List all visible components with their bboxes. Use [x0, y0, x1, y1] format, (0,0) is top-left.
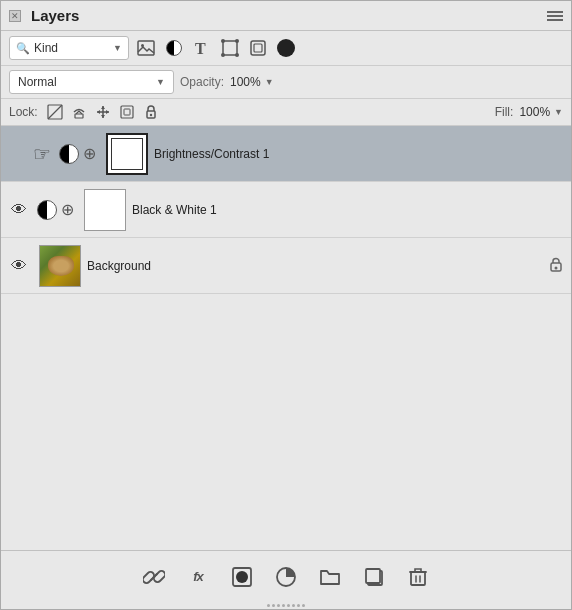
properties-icon: ⊕ — [83, 144, 96, 163]
svg-point-7 — [221, 53, 225, 57]
layer-row[interactable]: ☞ ⊕ Brightness/Contrast 1 — [1, 126, 571, 182]
half-circle-icon — [166, 40, 182, 56]
properties-icon: ⊕ — [61, 200, 74, 219]
kind-filter-label: Kind — [34, 41, 109, 55]
lock-transparent-pixels-icon[interactable] — [46, 103, 64, 121]
new-layer-button[interactable] — [362, 565, 386, 589]
opacity-value: 100% — [230, 75, 261, 89]
svg-point-5 — [235, 39, 239, 43]
svg-point-4 — [221, 39, 225, 43]
svg-marker-17 — [97, 110, 100, 114]
adjustment-icon — [59, 144, 79, 164]
title-bar: ✕ Layers — [1, 1, 571, 31]
shape-filter-icon[interactable] — [219, 37, 241, 59]
layer-icons: ⊕ — [59, 144, 96, 164]
type-filter-icon[interactable]: T — [191, 37, 213, 59]
fill-control[interactable]: 100% ▼ — [519, 105, 563, 119]
opacity-arrow: ▼ — [265, 77, 274, 87]
svg-point-24 — [555, 267, 558, 270]
drag-dot — [302, 604, 305, 607]
fill-value: 100% — [519, 105, 550, 119]
panel-menu-button[interactable] — [547, 11, 563, 21]
drag-dot — [272, 604, 275, 607]
pixel-filter-icon[interactable] — [135, 37, 157, 59]
filter-toggle-icon[interactable] — [275, 37, 297, 59]
layers-panel: ✕ Layers 🔍 Kind ▼ T — [0, 0, 572, 610]
add-fx-button[interactable]: fx — [186, 565, 210, 589]
adjustment-filter-icon[interactable] — [163, 37, 185, 59]
layers-list: ☞ ⊕ Brightness/Contrast 1 👁 ⊕ — [1, 126, 571, 550]
blend-dropdown-arrow: ▼ — [156, 77, 165, 87]
layer-thumbnail — [39, 245, 81, 287]
svg-rect-19 — [121, 106, 133, 118]
type-icon: T — [192, 38, 212, 58]
fill-arrow: ▼ — [554, 107, 563, 117]
svg-marker-16 — [101, 115, 105, 118]
blend-mode-dropdown[interactable]: Normal ▼ — [9, 70, 174, 94]
panel-title: Layers — [31, 7, 79, 24]
cursor-icon: ☞ — [33, 142, 51, 166]
lock-all-icon[interactable] — [142, 103, 160, 121]
lock-icon — [549, 256, 563, 275]
lock-position-icon[interactable] — [94, 103, 112, 121]
adjustment-icon — [37, 200, 57, 220]
svg-line-11 — [48, 105, 62, 119]
svg-marker-15 — [101, 106, 105, 109]
smart-filter-icon[interactable] — [247, 37, 269, 59]
black-circle-icon — [277, 39, 295, 57]
layer-name: Black & White 1 — [132, 203, 563, 217]
layer-thumbnail — [84, 189, 126, 231]
visibility-toggle[interactable]: 👁 — [5, 252, 33, 280]
svg-rect-12 — [75, 114, 83, 118]
svg-text:T: T — [195, 40, 206, 57]
kind-filter-dropdown[interactable]: 🔍 Kind ▼ — [9, 36, 129, 60]
blend-row: Normal ▼ Opacity: 100% ▼ — [1, 66, 571, 99]
drag-dot — [297, 604, 300, 607]
svg-rect-8 — [251, 41, 265, 55]
new-group-button[interactable] — [318, 565, 342, 589]
opacity-label: Opacity: — [180, 75, 224, 89]
lock-image-pixels-icon[interactable] — [70, 103, 88, 121]
svg-rect-0 — [138, 41, 154, 55]
visibility-toggle[interactable]: 👁 — [5, 196, 33, 224]
svg-point-27 — [236, 571, 248, 583]
blend-mode-value: Normal — [18, 75, 57, 89]
svg-rect-30 — [366, 569, 380, 583]
fx-label: fx — [193, 569, 203, 584]
drag-dots — [267, 604, 305, 607]
svg-rect-20 — [124, 109, 130, 115]
drag-dot — [267, 604, 270, 607]
svg-marker-18 — [106, 110, 109, 114]
svg-rect-3 — [223, 41, 237, 55]
lock-label: Lock: — [9, 105, 38, 119]
new-adjustment-layer-button[interactable] — [274, 565, 298, 589]
layer-name: Brightness/Contrast 1 — [154, 147, 563, 161]
add-mask-button[interactable] — [230, 565, 254, 589]
layer-thumbnail — [106, 133, 148, 175]
lock-artboard-icon[interactable] — [118, 103, 136, 121]
layer-icons: ⊕ — [37, 200, 74, 220]
delete-layer-button[interactable] — [406, 565, 430, 589]
search-icon: 🔍 — [16, 42, 30, 55]
svg-point-6 — [235, 53, 239, 57]
image-icon — [136, 38, 156, 58]
svg-rect-9 — [254, 44, 262, 52]
close-button[interactable]: ✕ — [9, 10, 21, 22]
layer-thumbnail-wrapper — [106, 133, 148, 175]
thumbnail-inner — [111, 138, 143, 170]
link-layers-button[interactable] — [142, 565, 166, 589]
eye-icon: 👁 — [11, 257, 27, 275]
shape-icon — [220, 38, 240, 58]
fill-label: Fill: — [495, 105, 514, 119]
layer-name: Background — [87, 259, 549, 273]
drag-dot — [292, 604, 295, 607]
layer-thumbnail-wrapper — [84, 189, 126, 231]
bottom-area: fx — [1, 550, 571, 609]
drag-dot — [282, 604, 285, 607]
layer-row[interactable]: 👁 Background — [1, 238, 571, 294]
drag-dot — [277, 604, 280, 607]
layer-row[interactable]: 👁 ⊕ Black & White 1 — [1, 182, 571, 238]
opacity-control[interactable]: 100% ▼ — [230, 75, 274, 89]
filter-toolbar: 🔍 Kind ▼ T — [1, 31, 571, 66]
smart-obj-icon — [248, 38, 268, 58]
